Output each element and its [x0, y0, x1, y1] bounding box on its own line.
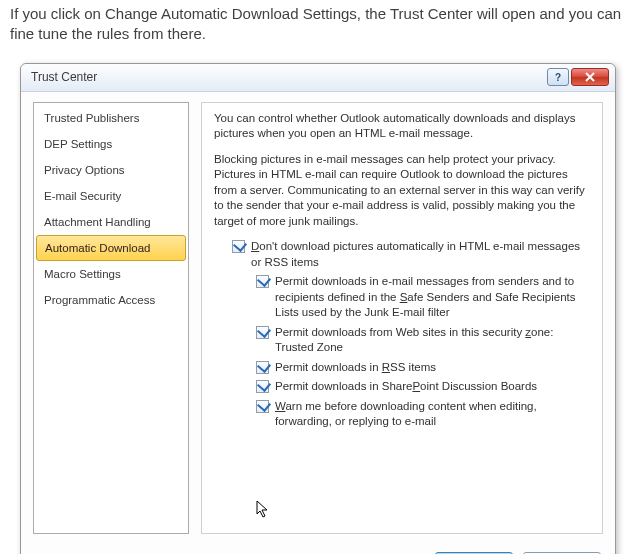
label-permit-trusted-zone: Permit downloads from Web sites in this … [275, 325, 590, 356]
label-permit-safe-senders: Permit downloads in e-mail messages from… [275, 274, 590, 321]
sidebar-item-macro-settings[interactable]: Macro Settings [34, 261, 188, 287]
content-para-2: Blocking pictures in e-mail messages can… [214, 152, 590, 230]
check-permit-rss: Permit downloads in RSS items [214, 360, 590, 376]
sidebar: Trusted Publishers DEP Settings Privacy … [33, 102, 189, 534]
check-dont-download: Don't download pictures automatically in… [214, 239, 590, 270]
checkbox-permit-safe-senders[interactable] [256, 275, 269, 288]
check-permit-sharepoint: Permit downloads in SharePoint Discussio… [214, 379, 590, 395]
close-button[interactable] [571, 68, 609, 86]
sidebar-item-dep-settings[interactable]: DEP Settings [34, 131, 188, 157]
check-permit-trusted-zone: Permit downloads from Web sites in this … [214, 325, 590, 356]
check-permit-safe-senders: Permit downloads in e-mail messages from… [214, 274, 590, 321]
intro-text: If you click on Change Automatic Downloa… [0, 0, 644, 55]
sidebar-item-email-security[interactable]: E-mail Security [34, 183, 188, 209]
checkbox-dont-download[interactable] [232, 240, 245, 253]
checkbox-warn-before-download[interactable] [256, 400, 269, 413]
sidebar-item-privacy-options[interactable]: Privacy Options [34, 157, 188, 183]
sidebar-item-trusted-publishers[interactable]: Trusted Publishers [34, 105, 188, 131]
help-button[interactable] [547, 68, 569, 86]
content-para-1: You can control whether Outlook automati… [214, 111, 590, 142]
trust-center-dialog: Trust Center Trusted Publishers DEP Sett… [20, 63, 616, 555]
dialog-title: Trust Center [31, 70, 545, 84]
label-permit-rss: Permit downloads in RSS items [275, 360, 590, 376]
close-icon [585, 72, 595, 82]
sidebar-item-programmatic-access[interactable]: Programmatic Access [34, 287, 188, 313]
checkbox-permit-sharepoint[interactable] [256, 380, 269, 393]
titlebar: Trust Center [21, 64, 615, 92]
checkbox-permit-rss[interactable] [256, 361, 269, 374]
check-warn-before-download: Warn me before downloading content when … [214, 399, 590, 430]
dialog-body: Trusted Publishers DEP Settings Privacy … [21, 92, 615, 544]
label-warn-before-download: Warn me before downloading content when … [275, 399, 590, 430]
mouse-cursor-icon [256, 500, 270, 520]
sidebar-item-attachment-handling[interactable]: Attachment Handling [34, 209, 188, 235]
dialog-footer: OK Cancel [21, 544, 615, 555]
label-dont-download: Don't download pictures automatically in… [251, 239, 590, 270]
label-permit-sharepoint: Permit downloads in SharePoint Discussio… [275, 379, 590, 395]
content-pane: You can control whether Outlook automati… [201, 102, 603, 534]
checkbox-permit-trusted-zone[interactable] [256, 326, 269, 339]
sidebar-item-automatic-download[interactable]: Automatic Download [36, 235, 186, 261]
